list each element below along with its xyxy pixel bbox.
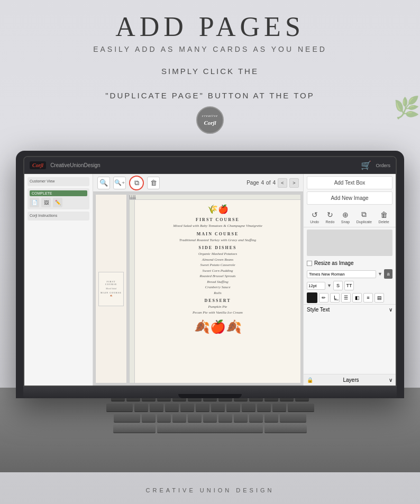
delete-button[interactable]: 🗑 Delete: [378, 210, 389, 224]
key: [134, 404, 148, 412]
style-text-chevron: ∨: [389, 307, 392, 313]
page-current: 4: [261, 180, 264, 186]
side-item-7: Cranberry Sauce: [143, 285, 292, 290]
underline-tool[interactable]: L͟: [330, 293, 340, 303]
add-text-box-button[interactable]: Add Text Box: [307, 176, 392, 189]
element-preview: [307, 230, 392, 256]
spacebar-key: [157, 425, 263, 433]
corjl-instructions-label: Corjl Instructions: [30, 214, 87, 217]
next-page-button[interactable]: >: [289, 178, 299, 188]
layers-chevron: ∨: [389, 377, 392, 383]
top-floral: 🌾🍎: [143, 204, 292, 214]
zoom-in-button[interactable]: 🔍+: [113, 177, 126, 189]
key: [264, 414, 278, 423]
key: [218, 414, 232, 423]
key: [280, 414, 306, 423]
duplicate-icon: ⧉: [134, 179, 139, 187]
align-right-tool[interactable]: ▤: [375, 293, 384, 303]
undo-button[interactable]: ↺ Undo: [310, 210, 319, 224]
editor-main: 🔍 🔍+ ⧉ 🗑 Page 4: [93, 174, 303, 386]
font-lock-button[interactable]: a: [384, 269, 392, 279]
key: [211, 404, 225, 412]
align-center-tool[interactable]: ≡: [363, 293, 373, 303]
main-card: 🌾🍎 FIRST COURSE Mixed Salad with Baby To…: [129, 194, 301, 383]
chevron-size-icon: ▼: [327, 283, 332, 288]
lock-icon: a: [387, 271, 389, 277]
subtitle: EASILY ADD AS MANY CARDS AS YOU NEED: [0, 45, 420, 53]
resize-checkbox[interactable]: [307, 261, 312, 266]
card-text-area: 🌾🍎 FIRST COURSE Mixed Salad with Baby To…: [135, 200, 300, 383]
zoom-out-button[interactable]: 🔍: [97, 177, 110, 189]
strikethrough-button[interactable]: S: [333, 281, 343, 290]
snap-button[interactable]: ⊕ Snap: [341, 210, 350, 224]
dessert-item-1: Pumpkin Pie: [143, 304, 292, 310]
pencil-tool[interactable]: ✏: [319, 293, 328, 303]
first-course-title: FIRST COURSE: [143, 217, 292, 222]
list-tool[interactable]: ☰: [341, 293, 351, 303]
laptop-notch: [178, 394, 242, 398]
prev-page-button[interactable]: <: [278, 178, 287, 188]
cart-icon[interactable]: 🛒: [361, 160, 371, 170]
key: [272, 404, 286, 412]
side-dishes-title: SIDE DISHES: [143, 245, 292, 250]
page-total: 4: [272, 180, 276, 186]
layers-row[interactable]: 🔒 Layers ∨: [304, 374, 396, 386]
color-swatch[interactable]: [307, 292, 317, 303]
left-sidebar: Customer View COMPLETE 📄 🖼 ✏️ Corjl Inst…: [24, 174, 93, 386]
font-size: 12pt: [308, 283, 317, 288]
sidebar-icon-3[interactable]: ✏️: [53, 198, 62, 207]
redo-button[interactable]: ↻ Redo: [326, 210, 335, 224]
side-item-6: Bread Stuffing: [143, 279, 292, 285]
laptop-frame: Corjl CreativeUnionDesign 🛒 Orders Custo…: [16, 151, 404, 398]
duplicate-page-button[interactable]: ⧉: [129, 176, 144, 190]
key: [150, 404, 163, 412]
side-item-2: Almond Green Beans: [143, 257, 292, 263]
key: [264, 425, 307, 433]
delete-label: Delete: [378, 220, 389, 224]
font-row: Times New Roman ▼ a: [304, 268, 396, 280]
align-left-tool[interactable]: ◧: [352, 293, 362, 303]
side-item-3: Sweet Potato Casserole: [143, 262, 292, 268]
snap-icon: ⊕: [342, 210, 349, 219]
tt-button[interactable]: TT: [344, 281, 354, 290]
undo-label: Undo: [310, 220, 319, 224]
instruction-line1: SIMPLY CLICK THE: [0, 65, 420, 78]
color-row: ✏ L͟ ☰ ◧ ≡ ▤: [304, 291, 396, 304]
font-select[interactable]: Times New Roman: [307, 270, 376, 278]
page-of: of: [266, 180, 270, 186]
key: [257, 404, 271, 412]
customer-view-label: Customer View: [30, 179, 87, 183]
sidebar-icon-1[interactable]: 📄: [30, 198, 39, 207]
key: [114, 414, 140, 423]
undo-icon: ↺: [312, 210, 318, 219]
panel-tools: ↺ Undo ↻ Redo ⊕ Snap ⧉ D: [304, 207, 396, 227]
page-thumbnail[interactable]: FIRST COURSE Mixed Salad MAIN COURSE 🍂: [95, 194, 127, 383]
main-course-item: Traditional Roasted Turkey with Gravy an…: [143, 237, 292, 243]
add-image-button[interactable]: Add New Image: [307, 191, 392, 205]
customer-view-section: Customer View: [28, 177, 89, 186]
page-label: Page: [246, 180, 259, 186]
style-text-row: Style Text ∨: [304, 304, 396, 315]
ruler-horizontal: [130, 195, 300, 200]
duplicate-tool-button[interactable]: ⧉ Duplicate: [357, 210, 372, 224]
duplicate-tool-label: Duplicate: [357, 220, 372, 224]
trash-icon: 🗑: [150, 179, 157, 187]
side-item-4: Sweet Corn Pudding: [143, 268, 292, 274]
key-row-4: [11, 425, 409, 433]
key: [142, 414, 156, 423]
key-row-3: [11, 414, 409, 423]
key: [196, 404, 209, 412]
side-item-5: Roasted Brussel Sprouts: [143, 273, 292, 279]
key: [172, 414, 186, 423]
duplicate-tool-icon: ⧉: [361, 210, 367, 219]
trash-button[interactable]: 🗑: [147, 177, 160, 189]
sidebar-icon-2[interactable]: 🖼: [41, 198, 51, 207]
main-course-title: MAIN COURSE: [143, 232, 292, 236]
badge-line1: creative: [202, 114, 218, 118]
key: [165, 404, 179, 412]
browser-brand: CreativeUnionDesign: [50, 162, 101, 168]
side-item-1: Organic Mashed Potatoes: [143, 251, 292, 257]
key: [288, 404, 314, 412]
key: [188, 414, 202, 423]
font-size-select[interactable]: 12pt: [307, 282, 325, 290]
